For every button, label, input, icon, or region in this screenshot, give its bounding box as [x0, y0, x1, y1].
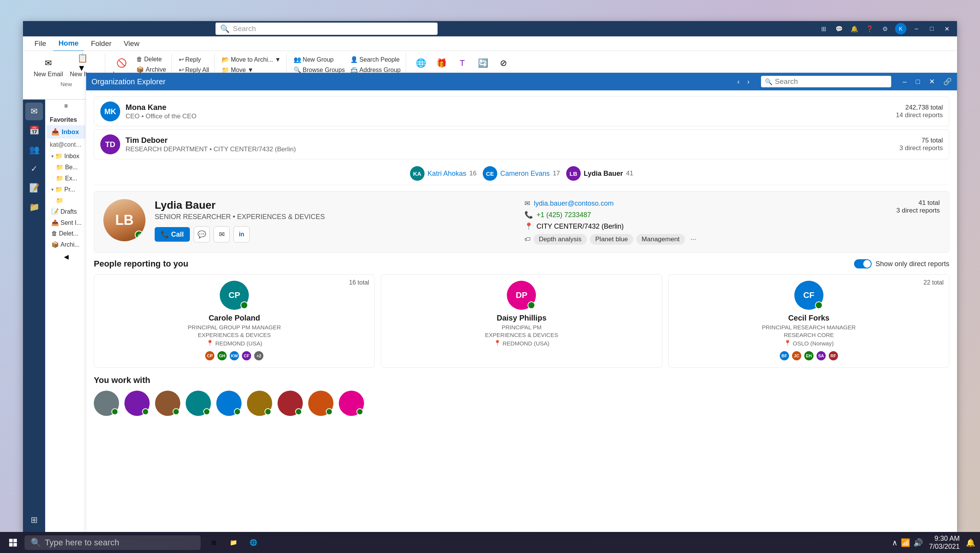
work-person-8[interactable]: [308, 391, 333, 416]
sidebar-icon-calendar[interactable]: 📅: [25, 122, 43, 139]
report-card-carole[interactable]: 16 total CP Carole Poland PRINCIPAL GROU…: [94, 274, 375, 368]
hierarchy-card-mona[interactable]: MK Mona Kane CEO • Office of the CEO 242…: [94, 100, 949, 126]
hierarchy-card-tim[interactable]: TD Tim Deboer RESEARCH DEPARTMENT • CITY…: [94, 129, 949, 159]
tray-up-icon[interactable]: ∧: [892, 538, 898, 547]
taskbar-explorer[interactable]: 📁: [225, 534, 242, 551]
delete-button[interactable]: 🗑 Delete: [134, 55, 168, 64]
nav-collapse-left[interactable]: ◀: [45, 250, 87, 263]
daisy-status: [528, 301, 535, 309]
taskbar-edge[interactable]: 🌐: [245, 534, 262, 551]
tag-depth-analysis[interactable]: Depth analysis: [534, 234, 587, 245]
nav-drafts[interactable]: 📝 Drafts: [45, 206, 87, 217]
reply-button[interactable]: ↩ Reply: [176, 55, 211, 64]
notification-icon[interactable]: 🔔: [966, 538, 975, 547]
cecil-sub-1: BF: [779, 350, 790, 361]
gift-button[interactable]: 🎁: [431, 55, 451, 72]
sidebar-icon-tasks[interactable]: ✓: [25, 160, 43, 178]
bell-icon[interactable]: 🔔: [849, 23, 860, 34]
direct-reports-toggle[interactable]: [854, 259, 872, 268]
tab-folder[interactable]: Folder: [85, 36, 117, 51]
minimize-button[interactable]: –: [911, 23, 922, 34]
work-person-6[interactable]: [247, 391, 272, 416]
call-button[interactable]: 📞 Call: [155, 227, 190, 242]
work-person-7[interactable]: [278, 391, 303, 416]
tag-more-button[interactable]: ···: [688, 234, 698, 245]
profile-email[interactable]: lydia.bauer@contoso.com: [534, 200, 614, 208]
work-status-2: [142, 408, 149, 415]
work-person-9[interactable]: [339, 391, 364, 416]
mona-direct: 14 direct reports: [896, 111, 943, 119]
network-icon[interactable]: 📶: [901, 538, 910, 547]
delete-icon: 🗑: [136, 56, 142, 63]
wifi-icon[interactable]: 🔊: [913, 538, 923, 547]
search-people-button[interactable]: 👤 Search People: [348, 55, 403, 64]
sidebar-icon-mail[interactable]: ✉: [25, 103, 43, 120]
clock: 9:30 AM 7/03/2021: [929, 535, 960, 551]
profile-location-item: 📍 CITY CENTER/7432 (Berlin): [524, 222, 885, 231]
nav-folder-pr[interactable]: ▾ 📁 Pr...: [45, 184, 87, 195]
linkedin-button[interactable]: in: [234, 226, 250, 242]
profile-actions: 📞 Call 💬 ✉ in: [155, 226, 515, 242]
breadcrumb-cameron[interactable]: CE Cameron Evans 17: [483, 166, 560, 181]
settings-icon[interactable]: ⚙: [880, 23, 890, 34]
cancel-button[interactable]: ⊘: [493, 55, 513, 72]
taskbar-app-icons: ⊞ 📁 🌐: [205, 534, 262, 551]
sidebar-icon-notes[interactable]: 📝: [25, 179, 43, 197]
work-person-5[interactable]: [216, 391, 242, 416]
nav-sent[interactable]: 📤 Sent I...: [45, 217, 87, 228]
nav-folder-ex[interactable]: 📁 Ex...: [45, 173, 87, 184]
tab-file[interactable]: File: [29, 36, 52, 51]
cecil-status: [815, 301, 823, 309]
help-icon[interactable]: ❓: [864, 23, 875, 34]
tag-planet-blue[interactable]: Planet blue: [590, 234, 633, 245]
work-person-4[interactable]: [186, 391, 211, 416]
tab-view[interactable]: View: [118, 36, 145, 51]
new-group-button[interactable]: 👥 New Group: [291, 55, 347, 64]
sidebar-icon-apps[interactable]: ⊞: [25, 511, 43, 529]
nav-panel: ≡ Favorites 📥 Inbox kat@contoso... ▾ 📁 I…: [45, 100, 87, 532]
nav-collapse-btn[interactable]: ≡: [45, 100, 87, 113]
translate-button[interactable]: 🌐: [411, 55, 431, 72]
phone-icon: 📞: [524, 211, 533, 219]
nav-archive[interactable]: 📦 Archi...: [45, 239, 87, 250]
close-button[interactable]: ✕: [942, 23, 952, 34]
breadcrumb-katri[interactable]: KA Katri Ahokas 16: [410, 166, 477, 181]
nav-inbox[interactable]: 📥 Inbox: [47, 125, 85, 139]
chat-action-button[interactable]: 💬: [194, 226, 210, 242]
cecil-sub-2: JC: [791, 350, 802, 361]
email-action-button[interactable]: ✉: [214, 226, 230, 242]
expand-icon: ▾: [51, 154, 54, 159]
cortana-button[interactable]: 🔄: [473, 55, 493, 72]
taskbar-search[interactable]: 🔍 Type here to search: [24, 535, 201, 550]
sidebar-icon-bar: ✉ 📅 👥 ✓ 📝 📁 ⊞: [23, 100, 45, 532]
toggle-dot: [863, 260, 871, 268]
report-card-cecil[interactable]: 22 total CF Cecil Forks PRINCIPAL RESEAR…: [668, 274, 949, 368]
new-email-button[interactable]: ✉ New Email: [31, 55, 66, 79]
location-pin-icon: 📍: [206, 340, 214, 347]
sidebar-icon-people[interactable]: 👥: [25, 141, 43, 159]
user-avatar[interactable]: K: [895, 23, 906, 34]
sidebar-icon-folders[interactable]: 📁: [25, 198, 43, 216]
move-to-archive-button[interactable]: 📂 Move to Archi... ▼: [219, 55, 283, 64]
tag-management[interactable]: Management: [636, 234, 685, 245]
window-title-bar: 🔍 Search ⊞ 💬 🔔 ❓ ⚙ K – □ ✕: [23, 21, 957, 36]
taskbar-search-icon: 🔍: [31, 538, 41, 548]
maximize-button[interactable]: □: [926, 23, 937, 34]
nav-inbox-tree[interactable]: ▾ 📁 Inbox: [45, 151, 87, 162]
teams-button[interactable]: T: [452, 55, 472, 72]
work-person-1[interactable]: [94, 391, 119, 416]
start-button[interactable]: [5, 534, 21, 551]
work-person-2[interactable]: [124, 391, 150, 416]
report-card-daisy[interactable]: DP Daisy Phillips PRINCIPAL PM EXPERIENC…: [381, 274, 662, 368]
carole-status: [240, 301, 248, 309]
chat-icon[interactable]: 💬: [834, 23, 844, 34]
tab-home[interactable]: Home: [53, 36, 84, 51]
work-person-3[interactable]: [155, 391, 180, 416]
breadcrumb-lydia[interactable]: LB Lydia Bauer 41: [566, 166, 633, 181]
outlook-search-bar[interactable]: 🔍 Search: [216, 23, 438, 35]
grid-icon[interactable]: ⊞: [818, 23, 829, 34]
nav-deleted[interactable]: 🗑 Delet...: [45, 228, 87, 239]
nav-folder-pr-sub[interactable]: 📁: [45, 195, 87, 206]
taskbar-task-view[interactable]: ⊞: [205, 534, 222, 551]
nav-folder-be[interactable]: 📁 Be...: [45, 162, 87, 173]
